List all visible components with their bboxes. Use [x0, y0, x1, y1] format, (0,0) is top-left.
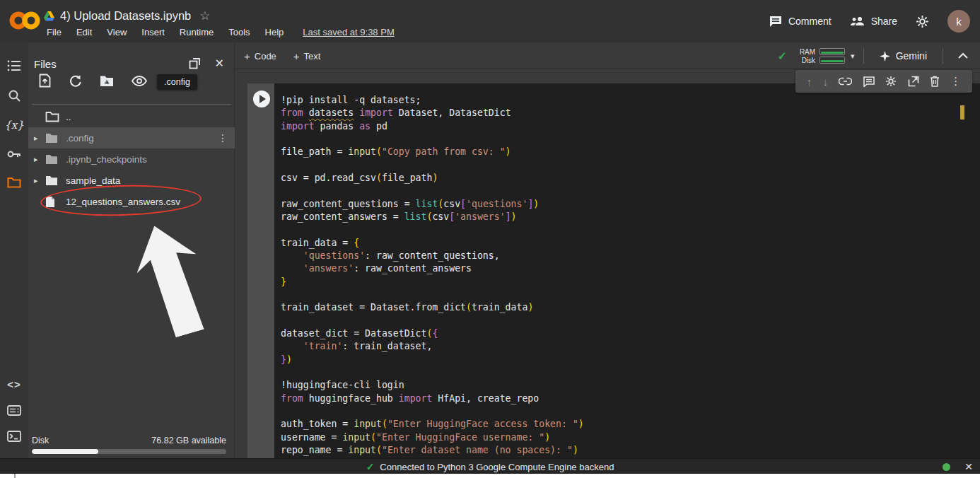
last-saved-link[interactable]: Last saved at 9:38 PM — [303, 27, 394, 37]
caret-right-icon[interactable]: ▸ — [34, 176, 45, 185]
folder-open-icon — [45, 111, 59, 122]
status-message: Connected to Python 3 Google Compute Eng… — [380, 462, 614, 472]
copy-link-icon[interactable] — [839, 77, 852, 86]
open-in-tab-icon[interactable] — [908, 76, 919, 87]
menu-view[interactable]: View — [107, 27, 127, 37]
code-editor[interactable]: !pip install -q datasets;from datasets i… — [274, 83, 980, 458]
notebook-area: !pip install -q datasets;from datasets i… — [235, 69, 980, 458]
delete-cell-trash-icon[interactable] — [930, 76, 940, 87]
divider — [863, 48, 864, 64]
colab-app: 4) Upload Datasets.ipynb ☆ File Edit Vie… — [0, 0, 980, 478]
cell-more-options-icon[interactable]: ⋮ — [950, 75, 961, 88]
file-tree-row-parent-dir[interactable]: .. — [28, 106, 235, 127]
left-rail: {x} <> — [0, 42, 28, 458]
chevron-down-icon[interactable]: ▾ — [851, 52, 855, 61]
add-comment-icon[interactable] — [863, 76, 875, 87]
files-panel: Files ✕ — [28, 42, 235, 458]
disk-usage-bar — [819, 57, 845, 64]
mount-drive-icon[interactable] — [100, 75, 114, 87]
drive-icon — [44, 11, 54, 21]
ram-usage-bar — [819, 48, 845, 55]
play-icon — [259, 95, 266, 103]
page-artifact-line — [14, 474, 16, 478]
file-tree-row-csv[interactable]: 12_questions_answers.csv — [28, 191, 235, 212]
folder-icon — [45, 133, 59, 144]
folder-icon — [45, 154, 59, 165]
code-lines: !pip install -q datasets;from datasets i… — [281, 94, 980, 457]
add-text-button[interactable]: + Text — [293, 50, 321, 62]
connection-status-dot — [943, 463, 950, 471]
menu-tools[interactable]: Tools — [228, 27, 250, 37]
move-cell-up-icon[interactable]: ↑ — [807, 76, 812, 88]
share-button[interactable]: Share — [850, 16, 897, 27]
cell-gutter — [247, 83, 274, 458]
comment-button[interactable]: Comment — [769, 16, 832, 27]
folder-icon — [45, 175, 59, 186]
code-snippets-icon[interactable]: <> — [0, 373, 28, 395]
popout-panel-icon[interactable] — [189, 57, 201, 69]
close-panel-icon[interactable]: ✕ — [215, 57, 224, 70]
file-tree-row-sample-data[interactable]: ▸ sample_data — [28, 170, 235, 191]
code-cell: !pip install -q datasets;from datasets i… — [247, 83, 980, 458]
terminal-icon[interactable] — [0, 426, 28, 447]
disk-usage-widget: Disk 76.82 GB available — [32, 436, 226, 454]
caret-right-icon[interactable]: ▸ — [34, 134, 45, 143]
menu-edit[interactable]: Edit — [76, 27, 92, 37]
resource-monitor[interactable]: RAM Disk ▾ — [800, 48, 855, 64]
move-cell-down-icon[interactable]: ↓ — [823, 76, 829, 88]
add-code-button[interactable]: + Code — [244, 50, 276, 62]
run-cell-button[interactable] — [253, 91, 270, 107]
menu-file[interactable]: File — [47, 27, 62, 37]
tooltip: .config — [157, 74, 197, 90]
sparkle-icon — [880, 51, 890, 62]
more-options-icon[interactable]: ⋮ — [218, 132, 228, 144]
file-tree-row-config[interactable]: ▸ .config ⋮ — [28, 127, 235, 148]
ram-label: RAM — [800, 48, 815, 56]
share-people-icon — [850, 16, 865, 26]
menubar: File Edit View Insert Runtime Tools Help… — [47, 27, 395, 37]
scrollbar-edit-marker — [960, 105, 964, 119]
hidden-files-eye-icon[interactable] — [132, 76, 147, 86]
page-background — [0, 474, 980, 478]
notebook-title[interactable]: 4) Upload Datasets.ipynb — [60, 9, 191, 23]
caret-right-icon[interactable]: ▸ — [34, 155, 45, 164]
files-panel-title: Files — [34, 58, 57, 70]
cell-settings-gear-icon[interactable] — [885, 76, 897, 87]
dismiss-status-icon[interactable]: ✕ — [964, 461, 973, 472]
disk-available: 76.82 GB available — [151, 436, 226, 445]
connected-check-icon: ✓ — [777, 49, 786, 63]
top-header: 4) Upload Datasets.ipynb ☆ File Edit Vie… — [0, 0, 980, 42]
plus-icon: + — [244, 50, 250, 62]
plus-icon: + — [293, 50, 300, 62]
file-tree-row-ipynb-checkpoints[interactable]: ▸ .ipynb_checkpoints — [28, 148, 235, 170]
menu-insert[interactable]: Insert — [141, 27, 165, 37]
star-icon[interactable]: ☆ — [199, 8, 210, 23]
status-bar: ✓Connected to Python 3 Google Compute En… — [0, 458, 980, 474]
secrets-key-icon[interactable] — [0, 144, 28, 165]
files-folder-icon[interactable] — [0, 172, 28, 193]
colab-logo-icon[interactable] — [8, 9, 41, 32]
disk-label: Disk — [802, 57, 815, 64]
file-tree: .. ▸ .config ⋮ ▸ .ipynb_checkpoints ▸ — [28, 106, 235, 212]
search-icon[interactable] — [0, 85, 28, 106]
avatar[interactable]: k — [947, 10, 970, 33]
disk-usage-fill — [32, 449, 98, 454]
menu-help[interactable]: Help — [265, 27, 284, 37]
connected-check-icon: ✓ — [366, 461, 375, 472]
disk-usage-track — [32, 449, 226, 454]
command-palette-icon[interactable] — [0, 400, 28, 421]
upload-file-icon[interactable] — [39, 74, 51, 88]
collapse-toolbar-chevron-icon[interactable] — [952, 52, 974, 59]
disk-label: Disk — [32, 436, 49, 445]
comment-icon — [769, 16, 782, 27]
refresh-icon[interactable] — [69, 74, 82, 88]
menu-runtime[interactable]: Runtime — [180, 27, 214, 37]
settings-gear-icon[interactable] — [916, 15, 929, 28]
divider — [32, 104, 231, 105]
notebook-toolbar: + Code + Text ✓ RAM Disk ▾ — [235, 42, 980, 69]
table-of-contents-icon[interactable] — [0, 55, 28, 76]
divider — [943, 48, 943, 64]
cell-toolbar: ↑ ↓ — [795, 70, 972, 93]
variables-icon[interactable]: {x} — [0, 115, 28, 136]
gemini-button[interactable]: Gemini — [873, 50, 934, 62]
